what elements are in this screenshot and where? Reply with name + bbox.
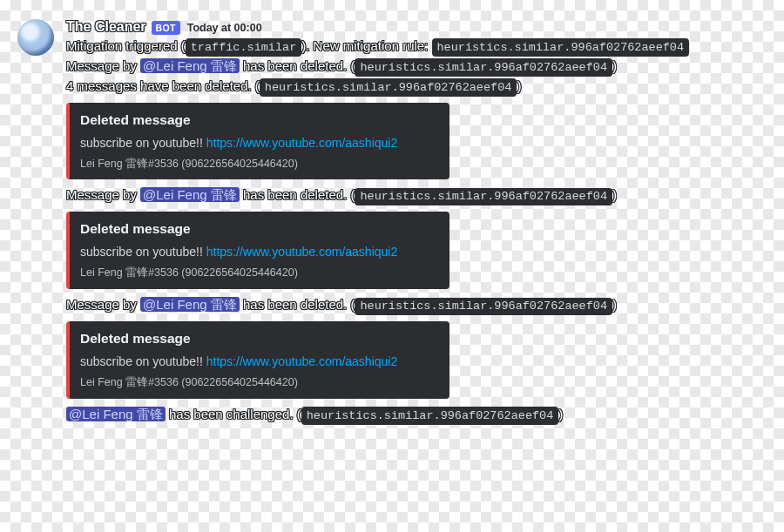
- text: ): [612, 297, 617, 312]
- code-rule: heuristics.similar.996af02762aeef04: [260, 78, 517, 97]
- text: Mitigation triggered (: [66, 38, 186, 53]
- embed-deleted-message: Deleted message subscribe on youtube!! h…: [66, 103, 449, 180]
- embed-text: subscribe on youtube!!: [80, 136, 206, 150]
- text: Message by: [66, 187, 140, 202]
- code-rule: heuristics.similar.996af02762aeef04: [432, 38, 690, 57]
- embed-body: subscribe on youtube!! https://www.youtu…: [80, 135, 437, 152]
- embed-link[interactable]: https://www.youtube.com/aashiqui2: [206, 354, 397, 368]
- timestamp: Today at 00:00: [187, 21, 262, 36]
- code-rule: heuristics.similar.996af02762aeef04: [355, 58, 612, 77]
- text: has been deleted. (: [240, 187, 355, 202]
- line-deleted-by: Message by @Lei Feng 雷锋 has been deleted…: [66, 57, 758, 77]
- embed-link[interactable]: https://www.youtube.com/aashiqui2: [206, 245, 397, 259]
- code-trigger: traffic.similar: [186, 38, 302, 57]
- text: has been deleted. (: [240, 297, 355, 312]
- bot-badge: BOT: [152, 21, 180, 35]
- message-header: The Cleaner BOT Today at 00:00: [66, 17, 758, 37]
- text: ): [612, 187, 617, 202]
- code-rule: heuristics.similar.996af02762aeef04: [301, 407, 559, 425]
- embed-title: Deleted message: [80, 330, 437, 348]
- line-count-deleted: 4 messages have been deleted. (heuristic…: [66, 77, 758, 97]
- user-mention[interactable]: @Lei Feng 雷锋: [140, 187, 240, 202]
- text: ): [517, 78, 521, 93]
- line-deleted-by: Message by @Lei Feng 雷锋 has been deleted…: [66, 296, 758, 315]
- text: ): [612, 58, 617, 73]
- avatar[interactable]: [17, 19, 54, 56]
- embed-footer: Lei Feng 雷锋#3536 (906226564025446420): [80, 375, 437, 390]
- message-content: The Cleaner BOT Today at 00:00 Mitigatio…: [66, 17, 758, 425]
- text: ). New mitigation rule:: [301, 38, 428, 53]
- author-name[interactable]: The Cleaner: [66, 17, 146, 37]
- embed-footer: Lei Feng 雷锋#3536 (906226564025446420): [80, 266, 437, 280]
- text: ): [558, 407, 563, 421]
- user-mention[interactable]: @Lei Feng 雷锋: [66, 407, 166, 421]
- embed-deleted-message: Deleted message subscribe on youtube!! h…: [66, 212, 449, 289]
- text: has been challenged. (: [166, 407, 301, 421]
- embed-text: subscribe on youtube!!: [80, 354, 206, 368]
- embed-link[interactable]: https://www.youtube.com/aashiqui2: [206, 136, 397, 150]
- embed-body: subscribe on youtube!! https://www.youtu…: [80, 244, 437, 260]
- line-deleted-by: Message by @Lei Feng 雷锋 has been deleted…: [66, 186, 758, 205]
- text: Message by: [66, 58, 140, 73]
- text: Message by: [66, 297, 140, 312]
- embed-deleted-message: Deleted message subscribe on youtube!! h…: [66, 321, 449, 399]
- line-mitigation: Mitigation triggered (traffic.similar). …: [66, 37, 758, 57]
- code-rule: heuristics.similar.996af02762aeef04: [355, 298, 612, 316]
- embed-title: Deleted message: [80, 220, 437, 239]
- text: 4 messages have been deleted. (: [66, 78, 260, 93]
- user-mention[interactable]: @Lei Feng 雷锋: [140, 297, 240, 312]
- embed-body: subscribe on youtube!! https://www.youtu…: [80, 354, 437, 370]
- text: has been deleted. (: [240, 58, 355, 73]
- embed-footer: Lei Feng 雷锋#3536 (906226564025446420): [80, 157, 437, 172]
- code-rule: heuristics.similar.996af02762aeef04: [355, 188, 612, 206]
- user-mention[interactable]: @Lei Feng 雷锋: [140, 58, 240, 73]
- embed-text: subscribe on youtube!!: [80, 245, 206, 259]
- message-block: The Cleaner BOT Today at 00:00 Mitigatio…: [17, 17, 758, 425]
- embed-title: Deleted message: [80, 111, 437, 130]
- line-challenged: @Lei Feng 雷锋 has been challenged. (heuri…: [66, 406, 758, 425]
